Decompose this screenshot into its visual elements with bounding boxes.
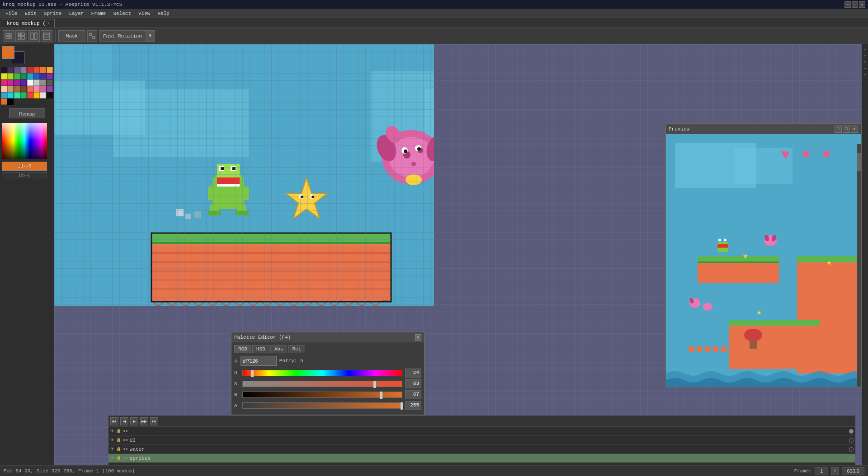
pe-tab-rgb[interactable]: RGB	[234, 345, 251, 353]
zoom-input[interactable]	[842, 467, 864, 475]
palette-editor-close-button[interactable]: ✕	[415, 334, 421, 341]
filter-button[interactable]: Mask	[58, 30, 85, 42]
snap-pixel-button[interactable]	[28, 30, 40, 42]
palette-color-36[interactable]	[27, 92, 33, 98]
slider-track-a[interactable]	[242, 402, 402, 409]
tab-close-button[interactable]: x	[47, 21, 50, 26]
layer-visibility-2[interactable]: 👁	[110, 447, 114, 452]
menu-frame[interactable]: Frame	[87, 10, 109, 17]
palette-color-35[interactable]	[20, 92, 27, 98]
layer-visibility-3[interactable]: 👁	[110, 456, 114, 461]
palette-color-8[interactable]	[1, 73, 7, 79]
palette-color-25[interactable]	[7, 86, 14, 92]
pe-tab-hsb[interactable]: HSB	[252, 345, 269, 353]
palette-color-12[interactable]	[27, 73, 33, 79]
snap-tile-button[interactable]	[41, 30, 52, 42]
palette-color-39[interactable]	[47, 92, 53, 98]
close-button[interactable]: ✕	[859, 1, 865, 8]
document-tab[interactable]: kroq mockup ( x	[2, 19, 55, 28]
hex-color-input[interactable]	[241, 356, 277, 366]
layer-lock-4[interactable]: 🔒	[116, 465, 121, 465]
palette-color-40[interactable]	[1, 98, 7, 105]
palette-color-34[interactable]	[14, 92, 20, 98]
palette-color-7[interactable]	[47, 67, 53, 73]
palette-color-6[interactable]	[40, 67, 46, 73]
palette-color-37[interactable]	[33, 92, 40, 98]
slider-track-s[interactable]	[242, 381, 402, 387]
add-frame-button[interactable]: +	[831, 467, 839, 475]
layer-lock-0[interactable]: 🔒	[116, 429, 121, 434]
preview-close-button[interactable]: ✕	[851, 126, 858, 133]
menu-select[interactable]: Select	[109, 10, 135, 17]
palette-color-31[interactable]	[47, 86, 53, 92]
layer-lock-1[interactable]: 🔒	[116, 438, 121, 443]
slider-thumb-a[interactable]	[401, 402, 403, 410]
palette-color-29[interactable]	[33, 86, 40, 92]
slider-value-b[interactable]: 87	[405, 390, 421, 399]
slider-thumb-s[interactable]	[373, 381, 376, 388]
palette-color-0[interactable]	[1, 67, 7, 73]
layer-row-water[interactable]: 👁 🔒 ●● water	[108, 445, 855, 454]
palette-color-9[interactable]	[7, 73, 14, 79]
menu-file[interactable]: File	[2, 10, 21, 17]
menu-edit[interactable]: Edit	[21, 10, 40, 17]
right-tool-3[interactable]: ✏	[863, 59, 868, 64]
maximize-button[interactable]: □	[852, 1, 858, 8]
layer-row-unnamed[interactable]: 👁 🔒 ●●	[108, 427, 855, 436]
palette-color-13[interactable]	[33, 73, 40, 79]
layer-lock-2[interactable]: 🔒	[116, 447, 121, 452]
snap-grid-button[interactable]	[15, 30, 27, 42]
color-picker[interactable]	[2, 123, 47, 159]
menu-sprite[interactable]: Sprite	[40, 10, 66, 17]
palette-color-20[interactable]	[27, 79, 33, 86]
palette-color-11[interactable]	[20, 73, 27, 79]
preview-scroll-thumb[interactable]	[857, 153, 861, 171]
slider-value-h[interactable]: 24	[405, 369, 421, 378]
layer-visibility-4[interactable]: 👁	[110, 465, 114, 465]
layer-visibility-1[interactable]: 👁	[110, 438, 114, 443]
palette-color-1[interactable]	[7, 67, 14, 73]
palette-color-28[interactable]	[27, 86, 33, 92]
frame-first-button[interactable]: ⏮	[110, 417, 118, 425]
snap-none-button[interactable]	[3, 30, 14, 42]
palette-color-33[interactable]	[7, 92, 14, 98]
layer-row-sprites[interactable]: 👁 🔒 ●● sprites	[108, 454, 855, 463]
frame-next-button[interactable]: ▶▶	[140, 417, 148, 425]
palette-color-26[interactable]	[14, 86, 20, 92]
remap-button[interactable]: Remap	[9, 108, 45, 118]
filter-options-button[interactable]	[87, 30, 97, 42]
menu-view[interactable]: View	[135, 10, 154, 17]
foreground-color-box[interactable]	[2, 46, 14, 59]
palette-color-30[interactable]	[40, 86, 46, 92]
palette-color-41[interactable]	[7, 98, 14, 105]
menu-layer[interactable]: Layer	[65, 10, 87, 17]
slider-value-s[interactable]: 83	[405, 379, 421, 388]
palette-color-4[interactable]	[27, 67, 33, 73]
layer-visibility-0[interactable]: 👁	[110, 429, 114, 434]
palette-color-17[interactable]	[7, 79, 14, 86]
preview-expand-button[interactable]: □	[835, 126, 842, 133]
frame-play-button[interactable]: ▶	[130, 417, 138, 425]
palette-color-24[interactable]	[1, 86, 7, 92]
palette-color-10[interactable]	[14, 73, 20, 79]
palette-color-2[interactable]	[14, 67, 20, 73]
layer-row-UI[interactable]: 👁 🔒 ●● UI	[108, 436, 855, 445]
rotation-mode-select[interactable]: Fast Rotation ▼	[99, 30, 155, 42]
palette-color-19[interactable]	[20, 79, 27, 86]
right-tool-1[interactable]: ✏	[863, 46, 868, 51]
frame-prev-button[interactable]: ◀	[120, 417, 128, 425]
palette-color-16[interactable]	[1, 79, 7, 86]
palette-color-38[interactable]	[40, 92, 46, 98]
minimize-button[interactable]: ─	[844, 1, 851, 8]
layer-lock-3[interactable]: 🔒	[116, 456, 121, 461]
palette-color-14[interactable]	[40, 73, 46, 79]
slider-track-b[interactable]	[242, 392, 402, 398]
pe-tab-rel[interactable]: Rel	[288, 345, 305, 353]
palette-color-3[interactable]	[20, 67, 27, 73]
palette-color-27[interactable]	[20, 86, 27, 92]
slider-track-h[interactable]	[242, 370, 402, 376]
layer-row-background[interactable]: 👁 🔒 ●● background	[108, 463, 855, 465]
preview-detach-button[interactable]: □	[843, 126, 850, 133]
frame-number-input[interactable]	[815, 467, 828, 475]
palette-color-21[interactable]	[33, 79, 40, 86]
